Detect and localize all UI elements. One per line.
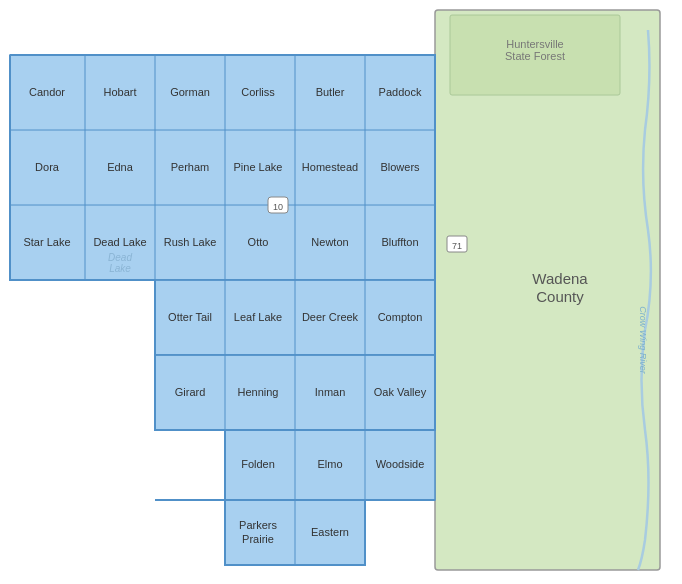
map-container: Dead Lake Candor Hobart Gorman Corliss B… xyxy=(0,0,682,584)
crow-wing-river-label: Crow Wing River xyxy=(638,306,648,374)
svg-marker-5 xyxy=(225,430,435,500)
wadena-county-label: Wadena xyxy=(532,270,588,287)
route-71-label: 71 xyxy=(452,241,462,251)
route-10-label: 10 xyxy=(273,202,283,212)
wadena-county-label2: County xyxy=(536,288,584,305)
forest-label: Huntersville xyxy=(506,38,563,50)
svg-marker-2 xyxy=(10,55,435,280)
forest-label2: State Forest xyxy=(505,50,565,62)
